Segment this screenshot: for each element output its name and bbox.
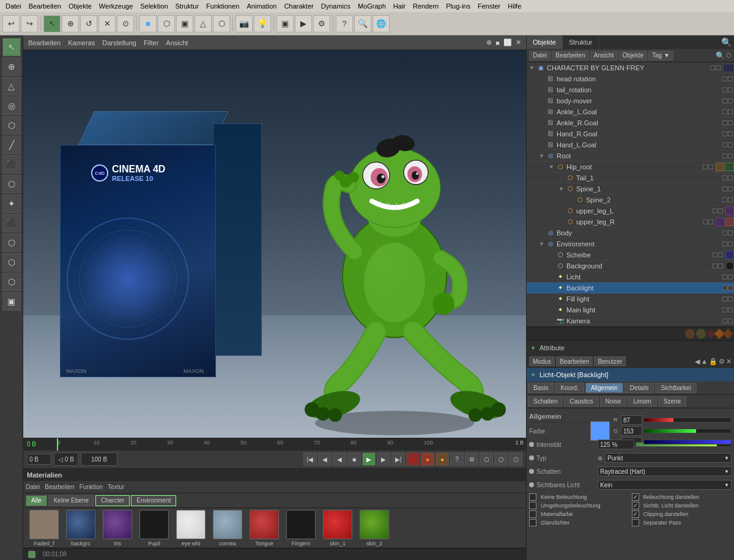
mat-item-5[interactable]: cornea [210,510,245,547]
tc-extra2[interactable]: ⬡ [494,452,508,466]
tc-extra3[interactable]: ⬡ [509,452,522,466]
tree-item-tailrot[interactable]: ⛓ tail_rotation [527,84,734,95]
render-dot[interactable] [716,65,721,70]
tree-arrow-character[interactable]: ▼ [529,65,536,71]
footer-icon1[interactable] [685,329,695,339]
add-cylinder[interactable]: ▣ [176,15,193,32]
obj-tb-icon2[interactable]: ⬡ [726,52,732,59]
tree-item-character[interactable]: ▼ ▣ CHARACTER BY GLENN FREY [527,62,734,73]
mat-item-6[interactable]: Tongue [247,510,281,547]
sidebar-tool10[interactable]: ⬛ [2,214,21,232]
tag-icon-hiproot[interactable] [716,163,724,171]
tree-item-backlight[interactable]: ✦ Backlight [527,282,734,293]
add-light[interactable]: 💡 [254,15,271,32]
tag-icon2-hiproot[interactable] [725,163,734,171]
tree-item-licht[interactable]: ✦ Licht [527,271,734,282]
vp-filter[interactable]: Filter [144,39,158,46]
undo-button[interactable]: ↩ [2,15,20,32]
attr-tab-schatten[interactable]: Schatten [528,396,563,407]
add-sphere[interactable]: ⬡ [158,15,175,32]
attr-tab-noise[interactable]: Noise [600,396,627,407]
attr-tab-linsen[interactable]: Linsen [628,396,656,407]
tree-item-environment[interactable]: ▼ ◎ Environment [527,238,734,249]
tree-arrow-hiproot[interactable]: ▼ [549,164,556,170]
obj-tb-icon1[interactable]: 🔍 [716,51,725,60]
attr-tb-bearbeiten[interactable]: Bearbeiten [556,356,593,366]
menu-objekte[interactable]: Objekte [65,2,95,10]
sidebar-add[interactable]: ⊕ [2,57,21,76]
tree-item-background[interactable]: ⬡ Background [527,260,734,271]
tree-item-headrot[interactable]: ⛓ head rotation [527,73,734,84]
select-tool[interactable]: ↖ [43,15,61,32]
tree-item-kamera[interactable]: 📷 Kamera [527,315,734,326]
viewport[interactable]: C4D CINEMA 4D RELEASE 10 CINEMA 4D RELEA… [23,50,526,438]
tree-item-anklergoal[interactable]: ⛓ Ankle_R.Goal [527,117,734,128]
menu-rendern[interactable]: Rendern [410,2,442,10]
frame-start-field[interactable] [27,454,51,465]
tree-item-body[interactable]: ◎ Body [527,227,734,238]
mat-tab-keine[interactable]: Keine Ebene [48,495,94,506]
tree-item-hiproot[interactable]: ▼ ⬡ Hip_root [527,161,734,172]
sidebar-tool7[interactable]: ⬛ [2,155,21,174]
attr-settings-icon[interactable]: ⚙ [719,358,725,366]
cb-keine-beleuchtung-box[interactable] [529,493,536,501]
tree-item-scheibe[interactable]: ⬡ Scheibe [527,249,734,260]
mat-menu-datei[interactable]: Datei [26,484,40,490]
attr-tab-koord[interactable]: Koord. [555,383,584,393]
add-cone[interactable]: △ [195,15,212,32]
g-slider[interactable] [643,429,732,433]
mat-tab-alle[interactable]: Alle [26,495,47,506]
vis-dot[interactable] [710,65,715,70]
add-cube[interactable]: ■ [139,15,157,32]
tree-arrow-spine1[interactable]: ▼ [558,186,566,192]
mat-item-4[interactable]: eye whi [174,510,208,547]
mat-item-2[interactable]: Iris [100,510,135,547]
render-region[interactable]: ▣ [276,15,294,32]
mat-item-0[interactable]: Faded_f [27,510,61,547]
tree-item-upperlgr[interactable]: ⬡ upper_leg_R [527,216,734,227]
mat-tab-charcter[interactable]: Charcter [95,495,130,506]
cb-materialfarbe-box[interactable] [529,510,536,518]
tree-item-anklelgoal[interactable]: ⛓ Ankle_L.Goal [527,106,734,117]
menu-hilfe[interactable]: Hilfe [505,2,524,10]
sidebar-tool9[interactable]: ✦ [2,194,21,213]
menu-struktur[interactable]: Struktur [172,2,202,10]
attr-tab-szene[interactable]: Szene [658,396,686,407]
mat-item-3[interactable]: Pupil [137,510,171,547]
attr-tb-benutzer[interactable]: Benutzer [594,356,626,366]
color-swatch-main[interactable] [590,421,610,441]
sichtbar-dropdown[interactable]: Kein ▼ [598,480,732,490]
go-start[interactable]: |◀ [303,452,317,466]
r-field[interactable] [621,415,642,425]
menu-dynamics[interactable]: Dynamics [318,2,354,10]
mat-tag-scheibe[interactable] [725,251,734,259]
next-frame[interactable]: ▶ [377,452,390,466]
menu-funktionen[interactable]: Funktionen [203,2,242,10]
attr-close-icon[interactable]: ✕ [726,358,732,366]
attr-tab-sichtbar[interactable]: Sichtbarkei [655,383,696,393]
attr-tb-modus[interactable]: Modus [529,356,555,366]
sidebar-tool5[interactable]: ⬡ [2,116,21,134]
tree-item-mainlight[interactable]: ✦ Main light [527,304,734,315]
tree-item-root[interactable]: ▼ ◎ Root [527,150,734,161]
record-btn3[interactable]: ● [436,452,449,466]
attr-tab-allgemein[interactable]: Allgemein [585,383,623,393]
tree-item-filllight[interactable]: ✦ Fill light [527,293,734,304]
vp-bearbeiten[interactable]: Bearbeiten [28,39,61,46]
schatten-dropdown[interactable]: Raytraced (Hart) ▼ [598,466,732,476]
vp-darstellung[interactable]: Darstellung [102,39,136,46]
attr-back-icon[interactable]: ◀ [695,358,700,366]
vp-icon1[interactable]: ⊕ [486,39,492,46]
menu-datei[interactable]: Datei [2,2,24,10]
sidebar-tool4[interactable]: ◎ [2,97,21,115]
obj-tb-ansicht[interactable]: Ansicht [590,51,618,61]
cb-sichtb-licht-box[interactable] [632,502,639,509]
obj-tb-datei[interactable]: Datei [529,51,550,61]
obj-tb-bearbeiten[interactable]: Bearbeiten [552,51,588,61]
cb-umgebung-box[interactable] [529,502,536,509]
stop[interactable]: ■ [347,452,361,466]
menu-werkzeuge[interactable]: Werkzeuge [96,2,136,10]
globe-button[interactable]: 🌐 [373,15,390,32]
render-settings[interactable]: ⚙ [313,15,330,32]
b-slider[interactable] [643,440,732,444]
